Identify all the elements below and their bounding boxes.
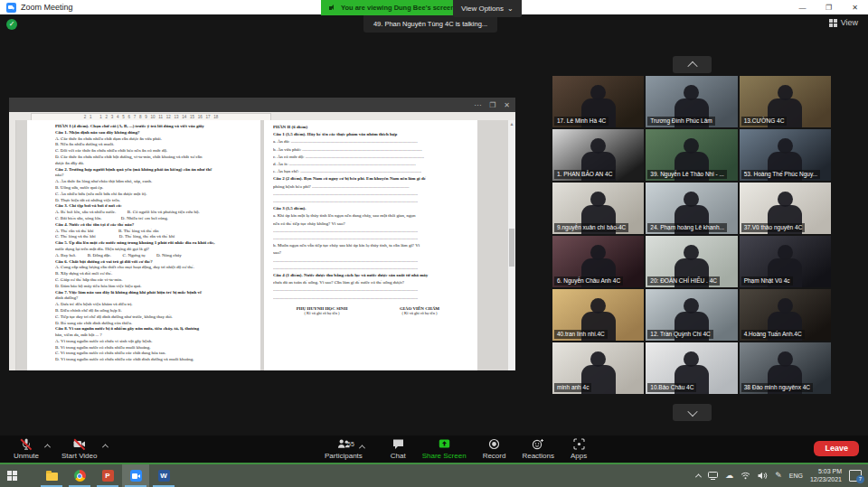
participant-tile[interactable]: 53. Hoàng Thế Phúc Nguy...: [740, 129, 831, 181]
participant-name: 39. Nguyễn Lê Thảo Nhi - ...: [647, 170, 727, 179]
doc-line: C. Vì trong nguồn nước có chứa nhiều các…: [55, 351, 248, 357]
doc-line: B. Điều chỉnh chế độ ăn uống hợp lí.: [55, 308, 248, 314]
viewing-screen-banner-text: You are viewing Dung Bee's screen: [341, 4, 455, 12]
tray-display-icon[interactable]: [708, 472, 718, 480]
taskbar-chrome[interactable]: [66, 464, 93, 487]
participant-name: 9.nguyễn xuân chí bảo-4C: [554, 223, 628, 232]
doc-line: C. Tiếp tục duy trì chế độ dinh dưỡng nh…: [55, 314, 248, 321]
doc-line: A. Ăn thức ăn lỏng như cháo thịt băm nhỏ…: [55, 179, 248, 185]
start-video-button[interactable]: Start Video: [53, 435, 105, 463]
taskbar-file-explorer[interactable]: [38, 464, 65, 487]
chat-button[interactable]: Chat: [371, 435, 414, 463]
volume-icon[interactable]: [758, 472, 768, 480]
onedrive-cloud-icon[interactable]: ☁: [725, 472, 733, 480]
video-options-chevron[interactable]: [102, 444, 108, 450]
participant-tile[interactable]: 37.Vũ thảo nguyên 4C: [740, 183, 831, 234]
teacher-signature-sub: ( Kí và ghi rõ họ tên ): [371, 311, 468, 315]
view-layout-button[interactable]: View: [829, 18, 858, 27]
participant-tile[interactable]: 24. Phạm hoàng Lê khanh...: [646, 183, 737, 234]
view-options-button[interactable]: View Options ⌄: [453, 0, 522, 17]
participant-name: 40.tran linh nhi.4C: [554, 330, 608, 339]
exam-page-2: PHẦN II (6 điểm)Câu 1 (1,5 điểm). Hãy kể…: [264, 120, 477, 370]
reactions-label: Reactions: [522, 452, 554, 460]
camera-off-icon: [73, 438, 86, 450]
participant-tile[interactable]: minh anh 4c: [552, 342, 644, 394]
doc-line: ........................................…: [273, 191, 468, 198]
participant-tile[interactable]: Trương Đình Phúc Lâm: [646, 76, 737, 127]
doc-line: ........................................…: [273, 265, 468, 272]
doc-line: Câu 4. Nước có thể tồn tại ở các thể nào…: [55, 222, 248, 229]
wifi-icon[interactable]: [741, 472, 750, 480]
record-icon: [488, 438, 501, 450]
start-button[interactable]: [0, 464, 24, 487]
leave-button[interactable]: Leave: [814, 441, 859, 456]
participants-chevron[interactable]: [359, 445, 365, 451]
unmute-label: Unmute: [14, 452, 39, 460]
hidden-icons-chevron[interactable]: [695, 473, 702, 480]
active-speaker-toast: 49. Phan Nguyên Tùng 4C is talking...: [363, 14, 497, 33]
taskbar-time: 5:03 PM: [810, 468, 842, 476]
language-indicator[interactable]: ENG: [789, 473, 803, 479]
participant-tile[interactable]: 4.Hoàng Tuấn Anh.4C: [740, 289, 831, 341]
notification-badge: 7: [856, 475, 864, 483]
start-video-label: Start Video: [61, 452, 97, 460]
participant-tile[interactable]: 38 Đào minh nguyênx 4C: [740, 342, 831, 394]
mic-options-chevron[interactable]: [44, 444, 51, 450]
participant-tile[interactable]: 9.nguyễn xuân chí bảo-4C: [552, 183, 644, 234]
action-center-icon[interactable]: 7: [849, 470, 862, 482]
participant-tile[interactable]: 20: ĐOÀN CHÍ HIẾU . 4C: [646, 236, 737, 287]
taskbar-powerpoint[interactable]: P: [94, 464, 121, 487]
doc-scroll-thumb: [509, 229, 514, 267]
shared-screen-document: ⋯ ❐ ✕ 2 1 1 2 3 4 5 6 7 8 9 10 11 12 13 …: [9, 98, 515, 370]
apps-button[interactable]: Apps: [562, 435, 595, 463]
zoom-app-icon: [6, 3, 16, 13]
share-screen-button[interactable]: Share Screen: [414, 435, 475, 463]
chevron-down-icon: ⌄: [507, 5, 514, 13]
unmute-button[interactable]: Unmute: [5, 435, 47, 463]
doc-line: Câu 8. Vì sao nguồn nước bị ô nhiễm gây …: [55, 326, 248, 332]
participant-name: 20: ĐOÀN CHÍ HIẾU . 4C: [647, 276, 720, 286]
participants-button[interactable]: 55 Participants: [316, 435, 371, 463]
participant-tile[interactable]: 1. PHAN BẢO AN 4C: [552, 129, 644, 181]
gallery-scroll-up-button[interactable]: [673, 56, 712, 73]
taskbar-word[interactable]: W: [150, 464, 177, 487]
participant-tile[interactable]: 13.CƯỜNG 4C: [740, 76, 831, 127]
participant-tile[interactable]: 6. Nguyễn Châu Anh 4C: [552, 236, 644, 287]
taskbar-clock[interactable]: 5:03 PM 12/23/2021: [810, 468, 842, 483]
maximize-button[interactable]: ❐: [816, 0, 842, 14]
participants-label: Participants: [325, 452, 363, 460]
participant-tile[interactable]: 17. Lê Minh Hà 4C: [552, 76, 644, 127]
participant-tile[interactable]: Phạm Nhật Vũ 4c: [740, 236, 831, 287]
record-label: Record: [483, 452, 506, 460]
participant-tile[interactable]: 12. Trần Quỳnh Chi 4C: [646, 289, 737, 341]
microphone-muted-icon: [20, 438, 33, 450]
doc-line: sao?: [273, 249, 468, 257]
close-button[interactable]: ✕: [842, 0, 868, 14]
participant-name: Phạm Nhật Vũ 4c: [741, 276, 793, 286]
gallery-scroll-down-button[interactable]: [673, 404, 712, 421]
participant-tile[interactable]: 40.tran linh nhi.4C: [552, 289, 644, 341]
chevron-up-icon: [687, 61, 697, 70]
participant-name: 38 Đào minh nguyênx 4C: [741, 383, 813, 392]
window-title: Zoom Meeting: [21, 3, 73, 12]
meeting-info-shield-icon[interactable]: ✓: [6, 19, 17, 30]
doc-line: D. Bổ sung các chất dinh dưỡng còn thiếu…: [55, 321, 248, 327]
participant-tile[interactable]: 10.Bảo Châu 4C: [646, 342, 737, 394]
participant-tile[interactable]: 39. Nguyễn Lê Thảo Nhi - ...: [646, 129, 737, 181]
doc-line: Câu 1 (1,5 điểm). Hãy kể tên các thực ph…: [273, 131, 468, 138]
doc-line: Câu 2. Trường hợp người bệnh quá yếu (mà…: [55, 167, 248, 173]
meeting-toolbar: Unmute Start Video 55 Participants Chat: [0, 435, 868, 463]
doc-line: chưa đủ an toàn để uống. Vì sao? Cần làm…: [273, 279, 468, 286]
doc-line: A. Bay hơi. B. Đông đặc. C. Ngưng tụ D. …: [55, 253, 248, 259]
record-button[interactable]: Record: [475, 435, 514, 463]
participant-name: 4.Hoàng Tuấn Anh.4C: [741, 330, 805, 339]
reactions-button[interactable]: Reactions: [514, 435, 562, 463]
vertical-ruler: [9, 120, 16, 370]
doc-line: nước đọng lại trên mặt đĩa. Hiện tượng đ…: [55, 247, 248, 253]
minimize-button[interactable]: —: [789, 0, 816, 14]
doc-window-titlebar: ⋯ ❐ ✕: [9, 98, 515, 112]
taskbar-zoom[interactable]: [122, 464, 149, 487]
doc-line: B. Nên ăn nhiều đường và muối.: [55, 142, 248, 148]
ime-pen-icon[interactable]: ✎: [775, 472, 782, 480]
doc-line: được ăn đầy đủ.: [55, 161, 248, 167]
